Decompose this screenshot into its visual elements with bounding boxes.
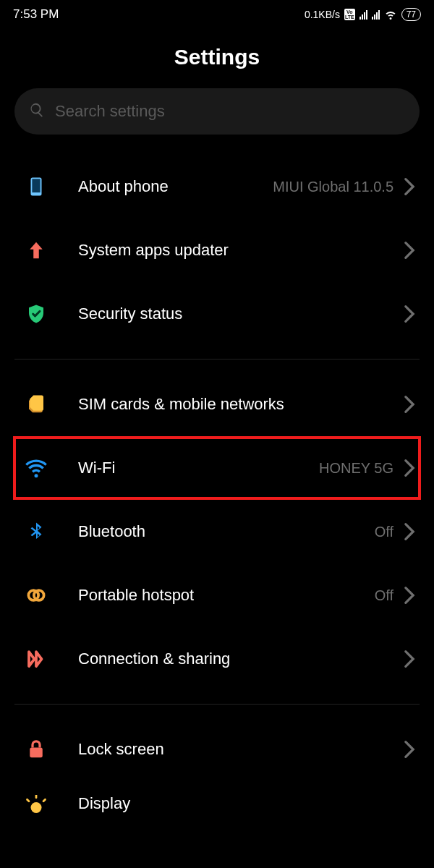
item-label: Wi-Fi [78, 459, 319, 477]
bluetooth-icon [25, 520, 48, 543]
wifi-icon [25, 456, 48, 480]
svg-rect-4 [30, 748, 43, 758]
chevron-right-icon [404, 459, 415, 477]
item-connection-sharing[interactable]: Connection & sharing [0, 627, 434, 691]
item-value: Off [375, 524, 393, 540]
item-portable-hotspot[interactable]: Portable hotspot Off [0, 563, 434, 627]
item-label: Security status [78, 305, 404, 323]
search-bar[interactable] [14, 88, 420, 135]
item-label: Display [78, 794, 415, 813]
item-label: SIM cards & mobile networks [78, 395, 404, 414]
item-value: MIUI Global 11.0.5 [273, 179, 393, 195]
divider [14, 704, 420, 705]
chevron-right-icon [404, 740, 415, 759]
arrow-up-icon [25, 239, 48, 262]
item-label: System apps updater [78, 241, 404, 260]
svg-rect-1 [32, 179, 40, 192]
svg-point-5 [31, 802, 42, 813]
network-speed: 0.1KB/s [305, 9, 340, 20]
brightness-icon [25, 794, 48, 817]
item-lock-screen[interactable]: Lock screen [0, 718, 434, 781]
lock-icon [25, 738, 48, 761]
item-display[interactable]: Display [0, 781, 434, 817]
chevron-right-icon [404, 395, 415, 414]
signal-1-icon [359, 9, 367, 20]
svg-line-8 [43, 799, 46, 801]
status-time: 7:53 PM [13, 7, 59, 22]
item-system-apps-updater[interactable]: System apps updater [0, 218, 434, 282]
item-label: Lock screen [78, 740, 404, 759]
chevron-right-icon [404, 305, 415, 323]
svg-line-7 [27, 799, 30, 801]
settings-list: About phone MIUI Global 11.0.5 System ap… [0, 155, 434, 817]
item-value: Off [375, 587, 393, 604]
search-input[interactable] [55, 102, 405, 121]
search-icon [29, 102, 45, 121]
signal-2-icon [372, 9, 380, 20]
chevron-right-icon [404, 586, 415, 605]
share-icon [25, 647, 48, 671]
page-title: Settings [0, 29, 434, 88]
divider [14, 359, 420, 359]
sim-card-icon [25, 393, 48, 416]
battery-icon: 77 [401, 8, 421, 21]
chevron-right-icon [404, 177, 415, 196]
item-security-status[interactable]: Security status [0, 282, 434, 346]
status-bar: 7:53 PM 0.1KB/s VoLTE 77 [0, 0, 434, 29]
item-about-phone[interactable]: About phone MIUI Global 11.0.5 [0, 155, 434, 218]
item-label: About phone [78, 177, 273, 196]
item-value: HONEY 5G [319, 460, 393, 477]
chevron-right-icon [404, 522, 415, 541]
item-sim-cards[interactable]: SIM cards & mobile networks [0, 373, 434, 436]
volte-icon: VoLTE [344, 9, 355, 20]
item-label: Bluetooth [78, 522, 375, 541]
item-label: Connection & sharing [78, 650, 404, 668]
hotspot-icon [25, 584, 48, 607]
item-bluetooth[interactable]: Bluetooth Off [0, 500, 434, 563]
shield-check-icon [25, 302, 48, 326]
wifi-status-icon [384, 7, 397, 22]
phone-icon [25, 175, 48, 198]
item-label: Portable hotspot [78, 586, 375, 605]
chevron-right-icon [404, 241, 415, 260]
item-wifi[interactable]: Wi-Fi HONEY 5G [13, 436, 421, 500]
status-right: 0.1KB/s VoLTE 77 [305, 7, 421, 22]
chevron-right-icon [404, 650, 415, 668]
